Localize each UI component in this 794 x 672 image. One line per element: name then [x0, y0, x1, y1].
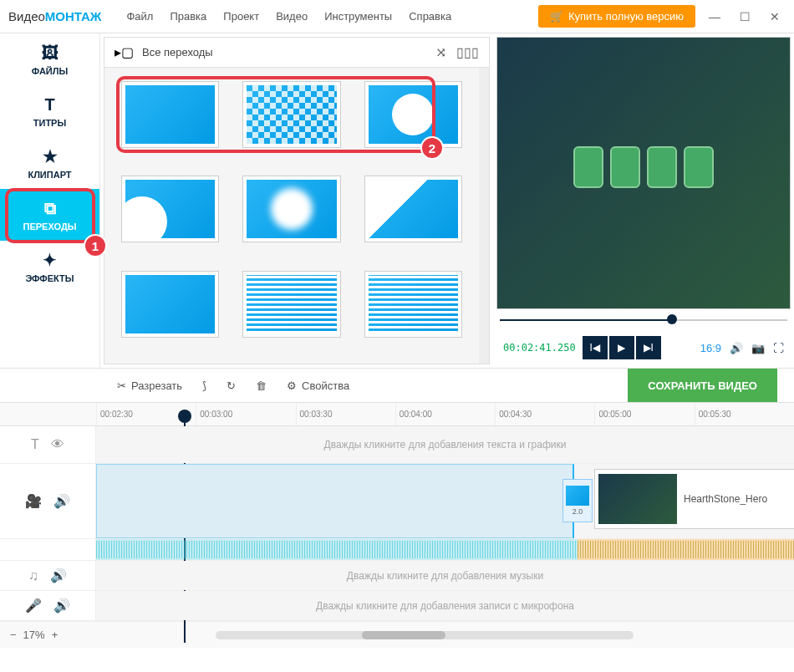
- track-video-body[interactable]: 2.0 HearthStone_Hero: [96, 464, 794, 538]
- volume-icon[interactable]: 🔊: [730, 342, 743, 354]
- play-button[interactable]: ▶: [609, 336, 634, 359]
- time-ruler[interactable]: 00:02:30 00:03:00 00:03:30 00:04:00 00:0…: [0, 403, 794, 426]
- timeline: 00:02:30 00:03:00 00:03:30 00:04:00 00:0…: [0, 403, 794, 648]
- cart-icon: 🛒: [550, 10, 563, 23]
- time-mark: 00:04:30: [495, 403, 594, 425]
- zoom-in-button[interactable]: +: [52, 629, 59, 641]
- menu-tools[interactable]: Инструменты: [324, 10, 392, 23]
- rotate-icon: ↻: [226, 379, 236, 392]
- delete-button[interactable]: 🗑: [256, 379, 267, 392]
- menu-edit[interactable]: Правка: [170, 10, 206, 23]
- selection-range[interactable]: [96, 464, 574, 538]
- time-mark: 00:05:30: [695, 403, 794, 425]
- track-head-mic: 🎤 🔊: [0, 591, 96, 620]
- transition-thumb[interactable]: [364, 271, 462, 338]
- menubar: Файл Правка Проект Видео Инструменты Спр…: [126, 10, 451, 23]
- trash-icon: 🗑: [256, 379, 267, 392]
- crop-button[interactable]: ⟆: [202, 379, 206, 392]
- sidebar-label: КЛИПАРТ: [28, 170, 71, 180]
- transition-thumb[interactable]: [121, 176, 219, 242]
- menu-video[interactable]: Видео: [276, 10, 308, 23]
- star-icon: ★: [43, 146, 58, 166]
- transition-thumb[interactable]: [242, 271, 340, 338]
- prev-button[interactable]: I◀: [583, 336, 608, 359]
- minimize-button[interactable]: —: [704, 6, 725, 28]
- time-mark: 00:03:30: [296, 403, 395, 425]
- edit-toolbar: ✂ Разрезать ⟆ ↻ 🗑 ⚙ Свойства СОХРАНИТЬ В…: [0, 368, 794, 403]
- volume-icon[interactable]: 🔊: [50, 568, 67, 583]
- clip-name: HearthStone_Hero: [684, 493, 767, 505]
- clip-thumbnail: [598, 474, 677, 524]
- mic-icon: 🎤: [25, 598, 42, 613]
- camera-icon: 🎥: [25, 493, 42, 509]
- eye-icon[interactable]: 👁: [51, 437, 64, 452]
- next-button[interactable]: ▶I: [636, 336, 661, 359]
- track-mic: 🎤 🔊 Дважды кликните для добавления запис…: [0, 591, 794, 621]
- transition-clip[interactable]: 2.0: [562, 479, 593, 522]
- sidebar-item-clipart[interactable]: ★ КЛИПАРТ: [0, 137, 99, 189]
- close-button[interactable]: ✕: [764, 6, 786, 28]
- app-logo: ВидеоМОНТАЖ: [8, 9, 101, 23]
- track-head-music: ♫ 🔊: [0, 561, 96, 590]
- maximize-button[interactable]: ☐: [734, 6, 756, 28]
- volume-icon[interactable]: 🔊: [53, 493, 70, 509]
- scrollbar[interactable]: [479, 68, 489, 364]
- sidebar-item-files[interactable]: 🖼 ФАЙЛЫ: [0, 33, 99, 85]
- sidebar-label: ФАЙЛЫ: [32, 66, 68, 76]
- track-text-body[interactable]: Дважды кликните для добавления текста и …: [96, 426, 794, 463]
- video-clip[interactable]: HearthStone_Hero: [594, 469, 794, 529]
- track-head-audio: [0, 539, 96, 560]
- transition-thumb[interactable]: [242, 176, 340, 242]
- cut-label: Разрезать: [131, 379, 182, 392]
- aspect-ratio[interactable]: 16:9: [700, 342, 721, 354]
- menu-file[interactable]: Файл: [126, 10, 153, 23]
- view-icon[interactable]: ▯▯▯: [456, 44, 479, 60]
- buy-button[interactable]: 🛒 Купить полную версию: [538, 5, 695, 28]
- volume-icon[interactable]: 🔊: [53, 598, 70, 613]
- preview-video[interactable]: [496, 37, 791, 309]
- transition-thumb[interactable]: [121, 271, 219, 338]
- audio-waveform[interactable]: [96, 539, 794, 560]
- logo-prefix: Видео: [8, 9, 45, 23]
- save-video-button[interactable]: СОХРАНИТЬ ВИДЕО: [628, 369, 777, 402]
- props-label: Свойства: [302, 379, 349, 392]
- track-music-body[interactable]: Дважды кликните для добавления музыки: [96, 561, 794, 590]
- transitions-panel: ▸▢ Все переходы ⤨ ▯▯▯ 2: [104, 37, 490, 364]
- snapshot-icon[interactable]: 📷: [751, 342, 765, 354]
- track-audio-wave: [0, 539, 794, 561]
- preview-panel: 00:02:41.250 I◀ ▶ ▶I 16:9 🔊 📷 ⛶: [493, 33, 794, 368]
- horizontal-scrollbar[interactable]: [216, 631, 634, 639]
- text-icon: T: [44, 95, 54, 115]
- shuffle-icon[interactable]: ⤨: [435, 44, 446, 60]
- callout-box-2: [116, 76, 435, 153]
- wand-icon: ✦: [43, 250, 57, 270]
- sidebar-item-titles[interactable]: T ТИТРЫ: [0, 85, 99, 137]
- rotate-button[interactable]: ↻: [226, 379, 236, 392]
- time-mark: 00:05:00: [594, 403, 694, 425]
- fullscreen-icon[interactable]: ⛶: [773, 342, 784, 354]
- callout-2: 2: [420, 136, 444, 160]
- track-head-text: T 👁: [0, 426, 96, 463]
- preview-controls: 00:02:41.250 I◀ ▶ ▶I 16:9 🔊 📷 ⛶: [496, 331, 791, 364]
- menu-help[interactable]: Справка: [409, 10, 451, 23]
- menu-project[interactable]: Проект: [223, 10, 259, 23]
- properties-button[interactable]: ⚙ Свойства: [287, 379, 349, 392]
- preview-seekbar[interactable]: [500, 313, 787, 326]
- track-head-video: 🎥 🔊: [0, 464, 96, 538]
- callout-box-1: [5, 188, 95, 243]
- cut-button[interactable]: ✂ Разрезать: [117, 379, 182, 392]
- play-all-icon[interactable]: ▸▢: [115, 44, 134, 60]
- zoom-bar: − 17% +: [0, 621, 794, 648]
- image-icon: 🖼: [42, 43, 59, 63]
- track-mic-body[interactable]: Дважды кликните для добавления записи с …: [96, 591, 794, 620]
- buy-label: Купить полную версию: [568, 10, 684, 23]
- timecode: 00:02:41.250: [503, 342, 576, 354]
- track-music: ♫ 🔊 Дважды кликните для добавления музык…: [0, 561, 794, 591]
- zoom-out-button[interactable]: −: [10, 629, 17, 641]
- scissors-icon: ✂: [117, 379, 126, 392]
- time-mark: 00:04:00: [395, 403, 495, 425]
- sidebar-label: ТИТРЫ: [33, 118, 66, 128]
- track-text: T 👁 Дважды кликните для добавления текст…: [0, 426, 794, 464]
- transition-thumb[interactable]: [364, 176, 462, 242]
- transition-duration: 2.0: [573, 507, 583, 516]
